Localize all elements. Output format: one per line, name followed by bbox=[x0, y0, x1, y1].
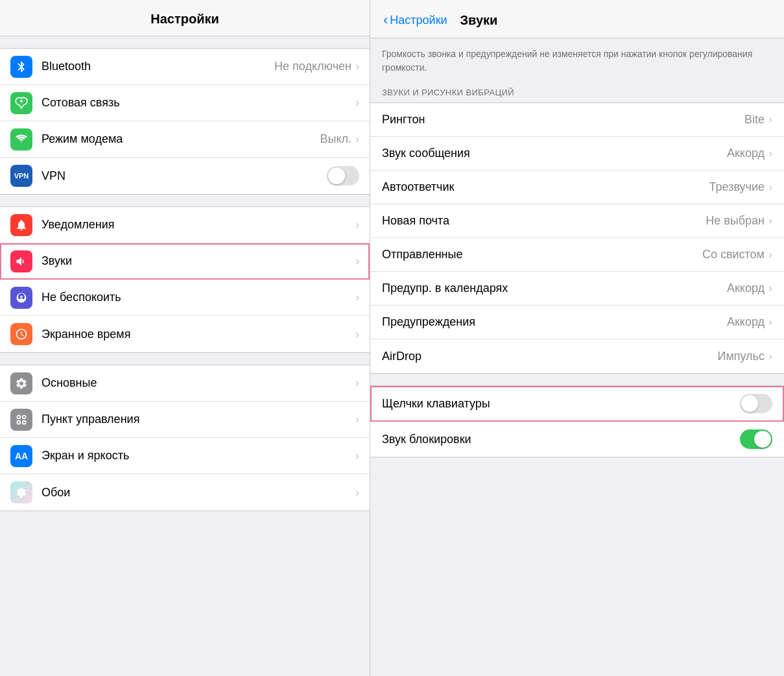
bluetooth-value: Не подключен bbox=[274, 60, 351, 73]
right-row-reminders[interactable]: Предупреждения Аккорд › bbox=[370, 306, 784, 339]
sidebar-item-sounds[interactable]: Звуки › bbox=[0, 243, 370, 280]
keyboard-clicks-knob bbox=[741, 395, 758, 412]
vpn-icon: VPN bbox=[10, 165, 32, 187]
calendar-value: Аккорд bbox=[727, 282, 765, 295]
general-icon bbox=[10, 372, 32, 394]
back-button[interactable]: ‹ Настройки bbox=[383, 12, 447, 29]
display-icon: AA bbox=[10, 445, 32, 467]
reminders-label: Предупреждения bbox=[382, 315, 727, 329]
cellular-label: Сотовая связь bbox=[42, 96, 355, 110]
right-row-airdrop[interactable]: AirDrop Импульс › bbox=[370, 339, 784, 373]
ringtone-chevron: › bbox=[768, 113, 772, 127]
right-row-calendar[interactable]: Предупр. в календарях Аккорд › bbox=[370, 272, 784, 306]
message-chevron: › bbox=[768, 147, 772, 160]
sidebar-item-wallpaper[interactable]: Обои › bbox=[0, 474, 370, 511]
sidebar-item-notifications[interactable]: Уведомления › bbox=[0, 207, 370, 243]
right-panel-title: Звуки bbox=[460, 13, 498, 28]
settings-group-1: Bluetooth Не подключен › Сотовая связь ›… bbox=[0, 48, 370, 195]
svg-point-3 bbox=[17, 420, 20, 424]
reminders-chevron: › bbox=[768, 315, 772, 329]
sidebar-item-controlcenter[interactable]: Пункт управления › bbox=[0, 402, 370, 438]
controlcenter-label: Пункт управления bbox=[42, 413, 355, 426]
sent-chevron: › bbox=[768, 248, 772, 261]
notifications-label: Уведомления bbox=[42, 218, 355, 232]
sidebar-item-cellular[interactable]: Сотовая связь › bbox=[0, 85, 370, 121]
donotdisturb-label: Не беспокоить bbox=[42, 291, 355, 304]
newmail-chevron: › bbox=[768, 214, 772, 228]
right-row-lock-sound[interactable]: Звук блокировки bbox=[370, 422, 784, 457]
lock-sound-knob bbox=[754, 431, 771, 448]
calendar-label: Предупр. в календарях bbox=[382, 282, 727, 295]
lock-sound-label: Звук блокировки bbox=[382, 433, 740, 446]
sidebar-item-display[interactable]: AA Экран и яркость › bbox=[0, 438, 370, 474]
right-row-keyboard-clicks[interactable]: Щелчки клавиатуры bbox=[370, 386, 784, 422]
airdrop-chevron: › bbox=[768, 350, 772, 363]
display-label: Экран и яркость bbox=[42, 449, 355, 463]
sent-value: Со свистом bbox=[702, 248, 765, 261]
airdrop-label: AirDrop bbox=[382, 350, 717, 363]
sounds-icon bbox=[10, 250, 32, 272]
sounds-group: Рингтон Bite › Звук сообщения Аккорд › А… bbox=[370, 103, 784, 374]
settings-group-2: Уведомления › Звуки › Не беспокоить › bbox=[0, 206, 370, 353]
cellular-chevron: › bbox=[355, 96, 359, 110]
ringtone-value: Bite bbox=[744, 113, 765, 127]
wallpaper-label: Обои bbox=[42, 486, 355, 500]
vpn-toggle-knob bbox=[328, 167, 345, 184]
wallpaper-chevron: › bbox=[355, 486, 359, 500]
vpn-label: VPN bbox=[42, 169, 327, 183]
wallpaper-icon bbox=[10, 481, 32, 503]
svg-point-4 bbox=[23, 420, 26, 424]
svg-point-0 bbox=[20, 100, 23, 103]
reminders-value: Аккорд bbox=[727, 315, 765, 329]
keyboard-clicks-group: Щелчки клавиатуры Звук блокировки bbox=[370, 385, 784, 457]
controlcenter-icon bbox=[10, 409, 32, 431]
message-label: Звук сообщения bbox=[382, 147, 727, 160]
section-label-sounds: ЗВУКИ И РИСУНКИ ВИБРАЦИЙ bbox=[370, 84, 784, 103]
right-row-sent[interactable]: Отправленные Со свистом › bbox=[370, 238, 784, 272]
svg-point-1 bbox=[17, 415, 20, 418]
newmail-label: Новая почта bbox=[382, 214, 706, 228]
lock-sound-toggle[interactable] bbox=[740, 429, 772, 449]
right-row-newmail[interactable]: Новая почта Не выбран › bbox=[370, 204, 784, 238]
hotspot-value: Выкл. bbox=[320, 132, 351, 146]
notifications-chevron: › bbox=[355, 218, 359, 232]
screentime-label: Экранное время bbox=[42, 328, 355, 341]
bluetooth-chevron: › bbox=[355, 60, 359, 73]
general-chevron: › bbox=[355, 376, 359, 390]
sidebar-item-screentime[interactable]: Экранное время › bbox=[0, 316, 370, 352]
left-panel-title: Настройки bbox=[150, 12, 219, 26]
settings-group-3: Основные › Пункт управления › AA Экран и… bbox=[0, 365, 370, 511]
keyboard-clicks-toggle[interactable] bbox=[740, 394, 772, 413]
hotspot-icon bbox=[10, 128, 32, 151]
sent-label: Отправленные bbox=[382, 248, 702, 261]
vpn-toggle[interactable] bbox=[327, 166, 359, 186]
sidebar-item-vpn[interactable]: VPN VPN bbox=[0, 158, 370, 194]
sidebar-item-donotdisturb[interactable]: Не беспокоить › bbox=[0, 280, 370, 316]
right-row-answering[interactable]: Автоответчик Трезвучие › bbox=[370, 171, 784, 204]
ringtone-label: Рингтон bbox=[382, 113, 744, 127]
calendar-chevron: › bbox=[768, 282, 772, 295]
sidebar-item-general[interactable]: Основные › bbox=[0, 365, 370, 402]
airdrop-value: Импульс bbox=[717, 350, 765, 363]
display-chevron: › bbox=[355, 449, 359, 463]
answering-value: Трезвучие bbox=[709, 180, 765, 194]
controlcenter-chevron: › bbox=[355, 413, 359, 426]
newmail-value: Не выбран bbox=[706, 214, 765, 228]
sidebar-item-hotspot[interactable]: Режим модема Выкл. › bbox=[0, 121, 370, 158]
back-chevron-icon: ‹ bbox=[383, 12, 388, 29]
hotspot-label: Режим модема bbox=[42, 132, 320, 146]
right-row-ringtone[interactable]: Рингтон Bite › bbox=[370, 103, 784, 137]
keyboard-clicks-label: Щелчки клавиатуры bbox=[382, 397, 740, 411]
back-label: Настройки bbox=[390, 14, 447, 27]
general-label: Основные bbox=[42, 376, 355, 390]
svg-point-2 bbox=[23, 415, 26, 418]
right-panel: ‹ Настройки Звуки Громкость звонка и пре… bbox=[370, 0, 784, 676]
right-content: Громкость звонка и предупреждений не изм… bbox=[370, 38, 784, 676]
donotdisturb-chevron: › bbox=[355, 291, 359, 304]
left-panel-header: Настройки bbox=[0, 0, 370, 36]
sounds-chevron: › bbox=[355, 254, 359, 268]
answering-label: Автоответчик bbox=[382, 180, 709, 194]
answering-chevron: › bbox=[768, 180, 772, 194]
right-row-message[interactable]: Звук сообщения Аккорд › bbox=[370, 137, 784, 171]
sidebar-item-bluetooth[interactable]: Bluetooth Не подключен › bbox=[0, 49, 370, 85]
